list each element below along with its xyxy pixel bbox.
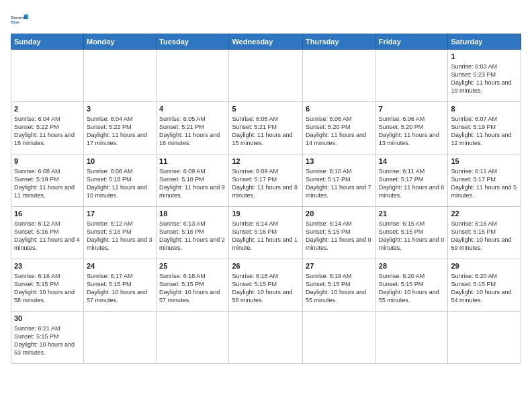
day-number: 26: [232, 261, 300, 271]
header: GeneralBlue: [11, 11, 521, 30]
calendar-cell: 28Sunrise: 6:20 AM Sunset: 5:15 PM Dayli…: [375, 259, 448, 312]
calendar-cell: [375, 312, 448, 364]
calendar-header: SundayMondayTuesdayWednesdayThursdayFrid…: [11, 34, 521, 50]
calendar: SundayMondayTuesdayWednesdayThursdayFrid…: [11, 34, 521, 364]
day-number: 12: [232, 156, 300, 167]
day-number: 19: [232, 209, 300, 219]
day-info: Sunrise: 6:06 AM Sunset: 5:20 PM Dayligh…: [306, 116, 366, 146]
day-info: Sunrise: 6:08 AM Sunset: 5:19 PM Dayligh…: [14, 168, 75, 199]
day-info: Sunrise: 6:04 AM Sunset: 5:22 PM Dayligh…: [14, 116, 75, 146]
day-number: 20: [306, 209, 373, 219]
day-info: Sunrise: 6:04 AM Sunset: 5:22 PM Dayligh…: [87, 116, 147, 146]
weekday-header-wednesday: Wednesday: [229, 34, 303, 50]
calendar-cell: 22Sunrise: 6:16 AM Sunset: 5:15 PM Dayli…: [448, 207, 521, 259]
day-info: Sunrise: 6:05 AM Sunset: 5:21 PM Dayligh…: [159, 116, 220, 146]
calendar-body: 1Sunrise: 6:03 AM Sunset: 5:23 PM Daylig…: [11, 50, 521, 364]
day-number: 6: [306, 104, 373, 114]
calendar-cell: 15Sunrise: 6:11 AM Sunset: 5:17 PM Dayli…: [448, 154, 521, 207]
day-number: 14: [379, 156, 445, 167]
weekday-header-friday: Friday: [375, 34, 448, 50]
day-info: Sunrise: 6:20 AM Sunset: 5:15 PM Dayligh…: [451, 273, 511, 304]
logo: GeneralBlue: [11, 11, 30, 30]
day-info: Sunrise: 6:11 AM Sunset: 5:17 PM Dayligh…: [379, 168, 445, 199]
day-number: 10: [87, 156, 153, 167]
weekday-header-monday: Monday: [83, 34, 156, 50]
day-number: 9: [14, 156, 81, 167]
calendar-cell: 9Sunrise: 6:08 AM Sunset: 5:19 PM Daylig…: [11, 154, 84, 207]
calendar-cell: 14Sunrise: 6:11 AM Sunset: 5:17 PM Dayli…: [375, 154, 448, 207]
calendar-cell: [303, 50, 376, 102]
calendar-cell: 19Sunrise: 6:14 AM Sunset: 5:16 PM Dayli…: [229, 207, 303, 259]
day-info: Sunrise: 6:14 AM Sunset: 5:16 PM Dayligh…: [232, 220, 298, 251]
svg-text:Blue: Blue: [11, 20, 20, 24]
weekday-header-saturday: Saturday: [448, 34, 521, 50]
calendar-cell: 21Sunrise: 6:15 AM Sunset: 5:15 PM Dayli…: [375, 207, 448, 259]
calendar-cell: 12Sunrise: 6:09 AM Sunset: 5:17 PM Dayli…: [229, 154, 303, 207]
week-row-1: 1Sunrise: 6:03 AM Sunset: 5:23 PM Daylig…: [11, 50, 521, 102]
calendar-cell: 6Sunrise: 6:06 AM Sunset: 5:20 PM Daylig…: [303, 102, 376, 154]
day-number: 25: [159, 261, 226, 271]
weekday-header-thursday: Thursday: [303, 34, 376, 50]
calendar-cell: 7Sunrise: 6:06 AM Sunset: 5:20 PM Daylig…: [375, 102, 448, 154]
day-info: Sunrise: 6:18 AM Sunset: 5:15 PM Dayligh…: [232, 273, 292, 304]
page: GeneralBlue SundayMondayTuesdayWednesday…: [0, 0, 532, 411]
calendar-cell: 16Sunrise: 6:12 AM Sunset: 5:16 PM Dayli…: [11, 207, 84, 259]
calendar-cell: 5Sunrise: 6:05 AM Sunset: 5:21 PM Daylig…: [229, 102, 303, 154]
weekday-row: SundayMondayTuesdayWednesdayThursdayFrid…: [11, 34, 521, 50]
calendar-cell: 10Sunrise: 6:08 AM Sunset: 5:18 PM Dayli…: [83, 154, 156, 207]
day-number: 11: [159, 156, 226, 167]
calendar-cell: [83, 312, 156, 364]
day-number: 30: [14, 314, 81, 324]
calendar-cell: 27Sunrise: 6:19 AM Sunset: 5:15 PM Dayli…: [303, 259, 376, 312]
week-row-3: 9Sunrise: 6:08 AM Sunset: 5:19 PM Daylig…: [11, 154, 521, 207]
day-number: 21: [379, 209, 445, 219]
calendar-cell: 2Sunrise: 6:04 AM Sunset: 5:22 PM Daylig…: [11, 102, 84, 154]
week-row-5: 23Sunrise: 6:16 AM Sunset: 5:15 PM Dayli…: [11, 259, 521, 312]
day-info: Sunrise: 6:15 AM Sunset: 5:15 PM Dayligh…: [379, 220, 445, 251]
calendar-cell: [229, 312, 303, 364]
day-number: 16: [14, 209, 81, 219]
calendar-cell: 20Sunrise: 6:14 AM Sunset: 5:15 PM Dayli…: [303, 207, 376, 259]
calendar-cell: [448, 312, 521, 364]
day-info: Sunrise: 6:03 AM Sunset: 5:23 PM Dayligh…: [451, 63, 511, 94]
day-info: Sunrise: 6:14 AM Sunset: 5:15 PM Dayligh…: [306, 220, 371, 251]
day-info: Sunrise: 6:16 AM Sunset: 5:15 PM Dayligh…: [14, 273, 75, 304]
day-info: Sunrise: 6:11 AM Sunset: 5:17 PM Dayligh…: [451, 168, 517, 199]
day-number: 15: [451, 156, 518, 167]
week-row-4: 16Sunrise: 6:12 AM Sunset: 5:16 PM Dayli…: [11, 207, 521, 259]
week-row-6: 30Sunrise: 6:21 AM Sunset: 5:15 PM Dayli…: [11, 312, 521, 364]
day-info: Sunrise: 6:21 AM Sunset: 5:15 PM Dayligh…: [14, 325, 75, 356]
calendar-cell: [303, 312, 376, 364]
day-info: Sunrise: 6:12 AM Sunset: 5:16 PM Dayligh…: [14, 220, 80, 251]
day-number: 5: [232, 104, 300, 114]
day-info: Sunrise: 6:09 AM Sunset: 5:17 PM Dayligh…: [232, 168, 298, 199]
day-number: 24: [87, 261, 153, 271]
calendar-cell: 11Sunrise: 6:09 AM Sunset: 5:18 PM Dayli…: [157, 154, 229, 207]
calendar-cell: [157, 312, 229, 364]
day-info: Sunrise: 6:07 AM Sunset: 5:19 PM Dayligh…: [451, 116, 511, 146]
calendar-cell: 4Sunrise: 6:05 AM Sunset: 5:21 PM Daylig…: [157, 102, 229, 154]
svg-text:General: General: [11, 15, 26, 19]
day-info: Sunrise: 6:17 AM Sunset: 5:15 PM Dayligh…: [87, 273, 147, 304]
week-row-2: 2Sunrise: 6:04 AM Sunset: 5:22 PM Daylig…: [11, 102, 521, 154]
weekday-header-sunday: Sunday: [11, 34, 84, 50]
day-info: Sunrise: 6:16 AM Sunset: 5:15 PM Dayligh…: [451, 220, 511, 251]
calendar-cell: 26Sunrise: 6:18 AM Sunset: 5:15 PM Dayli…: [229, 259, 303, 312]
day-number: 4: [159, 104, 226, 114]
day-info: Sunrise: 6:06 AM Sunset: 5:20 PM Dayligh…: [379, 116, 439, 146]
calendar-cell: 29Sunrise: 6:20 AM Sunset: 5:15 PM Dayli…: [448, 259, 521, 312]
day-info: Sunrise: 6:05 AM Sunset: 5:21 PM Dayligh…: [232, 116, 292, 146]
day-number: 17: [87, 209, 153, 219]
day-number: 7: [379, 104, 445, 114]
calendar-cell: 30Sunrise: 6:21 AM Sunset: 5:15 PM Dayli…: [11, 312, 84, 364]
day-number: 29: [451, 261, 518, 271]
calendar-cell: 8Sunrise: 6:07 AM Sunset: 5:19 PM Daylig…: [448, 102, 521, 154]
day-info: Sunrise: 6:08 AM Sunset: 5:18 PM Dayligh…: [87, 168, 147, 199]
calendar-cell: [229, 50, 303, 102]
day-number: 23: [14, 261, 81, 271]
calendar-cell: 13Sunrise: 6:10 AM Sunset: 5:17 PM Dayli…: [303, 154, 376, 207]
calendar-cell: [157, 50, 229, 102]
calendar-cell: 1Sunrise: 6:03 AM Sunset: 5:23 PM Daylig…: [448, 50, 521, 102]
calendar-cell: 25Sunrise: 6:18 AM Sunset: 5:15 PM Dayli…: [157, 259, 229, 312]
logo-icon: GeneralBlue: [11, 11, 30, 30]
